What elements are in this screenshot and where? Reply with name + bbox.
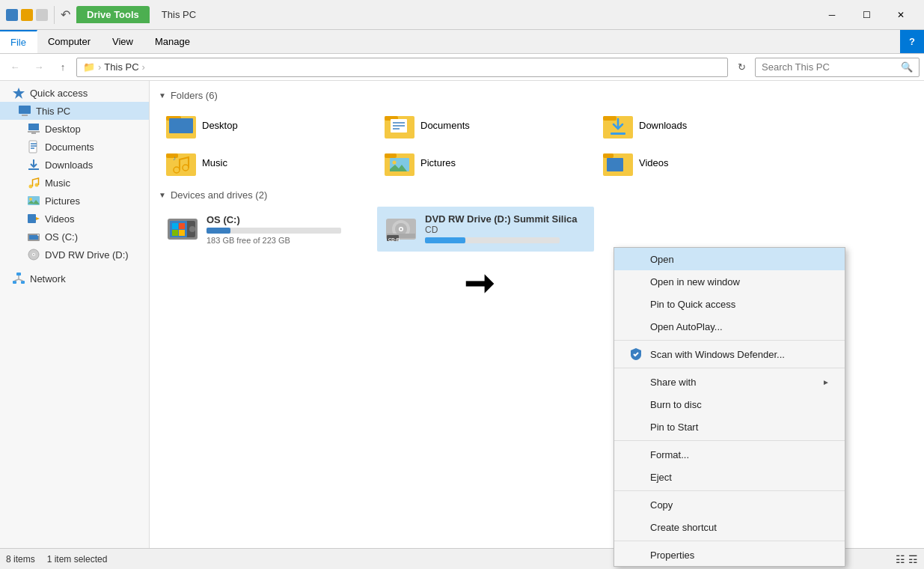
ctx-open-autoplay[interactable]: Open AutoPlay... [614, 315, 845, 338]
svg-line-27 [15, 279, 19, 281]
folder-videos[interactable]: Videos [596, 144, 813, 180]
ctx-open-autoplay-label: Open AutoPlay... [650, 321, 723, 332]
view-details-icon[interactable]: ☷ [896, 553, 905, 565]
svg-rect-42 [166, 153, 178, 158]
ctx-open[interactable]: Open [614, 248, 845, 270]
ctx-share-with[interactable]: Share with ► [614, 371, 845, 393]
folder-desktop[interactable]: Desktop [159, 107, 376, 143]
sidebar-item-pictures[interactable]: Pictures [0, 192, 149, 210]
svg-rect-5 [31, 133, 36, 134]
svg-point-66 [400, 228, 403, 231]
folder-documents-label: Documents [420, 120, 470, 131]
ctx-create-shortcut[interactable]: Create shortcut [614, 516, 845, 538]
svg-marker-0 [13, 88, 25, 99]
ctx-pin-to-start[interactable]: Pin to Start [614, 416, 845, 438]
sidebar-item-downloads[interactable]: Downloads [0, 156, 149, 174]
properties-icon [629, 548, 643, 562]
path-thispc[interactable]: This PC [104, 61, 138, 73]
ctx-pin-quick-access[interactable]: Pin to Quick access [614, 293, 845, 315]
minimize-button[interactable]: ─ [815, 3, 849, 27]
ctx-pin-to-start-label: Pin to Start [650, 422, 698, 433]
drive-osc-bar-wrap [206, 228, 341, 234]
svg-rect-58 [172, 223, 178, 229]
sidebar-item-videos[interactable]: Videos [0, 210, 149, 228]
svg-rect-18 [29, 235, 38, 240]
drive-dvd[interactable]: CD-R DVD RW Drive (D:) Summit Silica CD [377, 207, 594, 252]
forward-button[interactable]: → [28, 57, 49, 78]
drives-grid: OS (C:) 183 GB free of 223 GB [159, 207, 915, 252]
undo-icon[interactable]: ↶ [61, 7, 70, 22]
path-arrow: › [142, 61, 145, 73]
help-button[interactable]: ? [900, 30, 924, 53]
ctx-burn-to-disc[interactable]: Burn to disc [614, 393, 845, 416]
sidebar-label-videos: Videos [45, 213, 75, 225]
svg-point-22 [33, 254, 34, 255]
save-icon[interactable] [21, 9, 33, 21]
title-bar: ↶ Drive Tools This PC ─ ☐ ✕ [0, 0, 924, 30]
sidebar-item-thispc[interactable]: This PC [0, 102, 149, 120]
search-box[interactable]: 🔍 [755, 58, 920, 77]
devices-section-header[interactable]: ▼ Devices and drives (2) [159, 189, 915, 201]
folder-music[interactable]: ♪ Music [159, 144, 376, 180]
drive-dvd-info: DVD RW Drive (D:) Summit Silica CD [425, 213, 587, 246]
svg-rect-25 [21, 281, 25, 284]
ctx-properties[interactable]: Properties [614, 544, 845, 566]
up-button[interactable]: ↑ [52, 57, 73, 78]
sidebar-item-music[interactable]: Music [0, 174, 149, 192]
svg-rect-39 [603, 116, 616, 121]
autoplay-icon [629, 320, 643, 333]
folder-documents[interactable]: Documents [377, 107, 594, 143]
sidebar-item-dvd[interactable]: DVD RW Drive (D:) [0, 246, 149, 264]
ctx-scan-defender[interactable]: Scan with Windows Defender... [614, 343, 845, 365]
drive-osc[interactable]: OS (C:) 183 GB free of 223 GB [159, 207, 376, 252]
share-icon [629, 375, 643, 389]
back-button[interactable]: ← [4, 57, 25, 78]
drive-osc-space: 183 GB free of 223 GB [206, 236, 368, 245]
ctx-eject[interactable]: Eject [614, 466, 845, 488]
svg-rect-51 [603, 153, 614, 158]
sidebar-item-documents[interactable]: Documents [0, 138, 149, 156]
ctx-separator-5 [614, 541, 845, 541]
ctx-open-new-window[interactable]: Open in new window [614, 270, 845, 293]
view-tiles-icon[interactable]: ☶ [908, 553, 918, 565]
svg-rect-6 [29, 141, 37, 153]
sidebar-item-desktop[interactable]: Desktop [0, 120, 149, 138]
folders-section-header[interactable]: ▼ Folders (6) [159, 90, 915, 101]
drive-osc-info: OS (C:) 183 GB free of 223 GB [206, 214, 368, 245]
ribbon: File Computer View Manage ? [0, 30, 924, 54]
thispc-icon [18, 104, 31, 118]
tab-file[interactable]: File [0, 30, 37, 53]
sidebar-label-music: Music [45, 177, 70, 189]
folder-music-label: Music [202, 157, 227, 168]
window-controls[interactable]: ─ ☐ ✕ [815, 3, 918, 27]
svg-rect-4 [28, 124, 39, 130]
refresh-button[interactable]: ↻ [731, 57, 752, 78]
search-input[interactable] [762, 61, 898, 73]
ctx-burn-to-disc-label: Burn to disc [650, 399, 702, 410]
folder-downloads[interactable]: Downloads [596, 107, 813, 143]
osc-icon [27, 230, 40, 243]
tab-computer[interactable]: Computer [37, 30, 102, 53]
title-icons: ↶ [6, 6, 70, 24]
tab-manage[interactable]: Manage [144, 30, 201, 53]
ctx-copy[interactable]: Copy [614, 493, 845, 516]
sidebar-item-quickaccess[interactable]: Quick access [0, 84, 149, 102]
ctx-open-new-window-label: Open in new window [650, 276, 740, 287]
address-path[interactable]: 📁 › This PC › [76, 58, 728, 77]
tab-view[interactable]: View [102, 30, 144, 53]
drive-dvd-bar-wrap [425, 237, 560, 243]
ctx-separator-2 [614, 368, 845, 368]
svg-rect-23 [16, 273, 21, 276]
close-button[interactable]: ✕ [884, 3, 918, 27]
folder-pictures[interactable]: Pictures [377, 144, 594, 180]
svg-rect-3 [28, 131, 40, 133]
ctx-separator-1 [614, 340, 845, 341]
sidebar-item-osc[interactable]: OS (C:) [0, 228, 149, 246]
restore-button[interactable]: ☐ [849, 3, 884, 27]
drive-tools-tab[interactable]: Drive Tools [76, 6, 150, 23]
status-view-buttons[interactable]: ☷ ☶ [896, 553, 918, 565]
ctx-properties-label: Properties [650, 550, 694, 561]
drive-dvd-subtitle: CD [425, 225, 587, 235]
sidebar-item-network[interactable]: Network [0, 270, 149, 287]
ctx-format[interactable]: Format... [614, 443, 845, 466]
